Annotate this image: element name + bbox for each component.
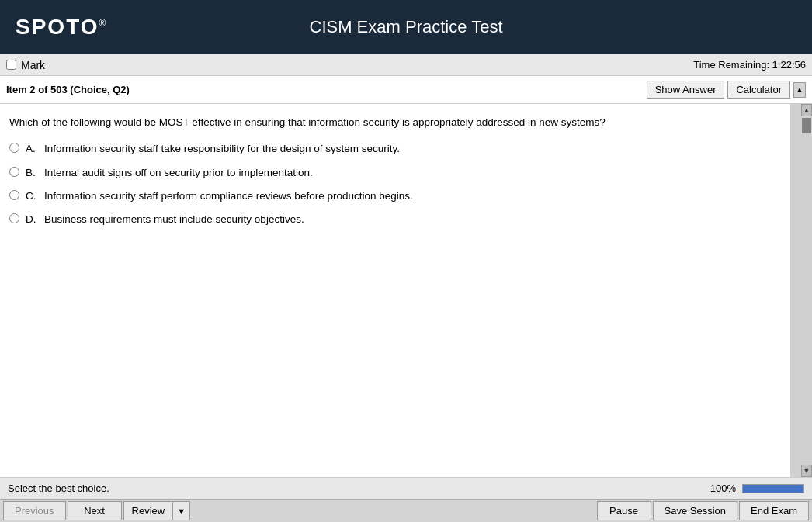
mark-left: Mark xyxy=(6,59,45,71)
show-answer-button[interactable]: Show Answer xyxy=(647,81,725,99)
app-header: SPOTO® CISM Exam Practice Test xyxy=(0,0,812,54)
nav-left: Previous Next Review ▼ xyxy=(0,500,193,522)
radio-b[interactable] xyxy=(9,167,19,177)
app-title: CISM Exam Practice Test xyxy=(310,17,503,37)
nav-right: Pause Save Session End Exam xyxy=(594,500,812,522)
review-dropdown-arrow[interactable]: ▼ xyxy=(172,501,190,520)
scroll-up-arrow[interactable]: ▲ xyxy=(801,104,812,116)
content-wrapper: Which of the following would be MOST eff… xyxy=(0,104,812,477)
progress-bar-fill xyxy=(743,485,803,493)
progress-bar-container xyxy=(742,484,804,493)
option-d-text: Business requirements must include secur… xyxy=(44,212,304,227)
mark-bar: Mark Time Remaining: 1:22:56 xyxy=(0,54,812,76)
app-logo: SPOTO® xyxy=(16,15,107,40)
option-c: C. Information security staff perform co… xyxy=(9,188,781,204)
item-buttons: Show Answer Calculator ▲ xyxy=(647,81,806,99)
option-b-text: Internal audit signs off on security pri… xyxy=(44,165,313,181)
scroll-up-button[interactable]: ▲ xyxy=(793,82,806,98)
radio-c[interactable] xyxy=(9,190,19,200)
option-a: A. Information security staff take respo… xyxy=(9,141,781,157)
save-session-button[interactable]: Save Session xyxy=(653,501,738,520)
mark-checkbox[interactable] xyxy=(6,60,16,70)
option-a-text: Information security staff take responsi… xyxy=(44,141,400,157)
status-text: Select the best choice. xyxy=(8,482,109,494)
scrollbar[interactable]: ▲ ▼ xyxy=(801,104,812,477)
option-d-letter: D. xyxy=(26,212,41,227)
progress-area: 100% xyxy=(710,482,804,494)
option-a-letter: A. xyxy=(26,141,41,157)
option-c-letter: C. xyxy=(26,188,41,204)
time-remaining: Time Remaining: 1:22:56 xyxy=(693,59,806,71)
question-text: Which of the following would be MOST eff… xyxy=(9,115,781,130)
previous-button[interactable]: Previous xyxy=(3,501,66,520)
scroll-thumb[interactable] xyxy=(802,118,811,133)
bottom-nav: Previous Next Review ▼ Pause Save Sessio… xyxy=(0,499,812,522)
status-bar: Select the best choice. 100% xyxy=(0,477,812,499)
radio-a[interactable] xyxy=(9,143,19,153)
radio-d[interactable] xyxy=(9,213,19,223)
review-group: Review ▼ xyxy=(123,501,191,520)
scroll-down-arrow[interactable]: ▼ xyxy=(801,465,812,477)
item-info: Item 2 of 503 (Choice, Q2) xyxy=(6,84,130,95)
next-button[interactable]: Next xyxy=(68,501,122,520)
option-c-text: Information security staff perform compl… xyxy=(44,188,413,204)
option-d: D. Business requirements must include se… xyxy=(9,212,781,227)
review-button[interactable]: Review xyxy=(123,501,173,520)
pause-button[interactable]: Pause xyxy=(597,501,651,520)
option-b: B. Internal audit signs off on security … xyxy=(9,165,781,181)
item-bar: Item 2 of 503 (Choice, Q2) Show Answer C… xyxy=(0,76,812,104)
question-area: Which of the following would be MOST eff… xyxy=(0,104,801,477)
option-b-letter: B. xyxy=(26,165,41,181)
progress-percent: 100% xyxy=(710,482,736,494)
end-exam-button[interactable]: End Exam xyxy=(739,501,809,520)
mark-label: Mark xyxy=(21,59,45,71)
calculator-button[interactable]: Calculator xyxy=(727,81,790,99)
